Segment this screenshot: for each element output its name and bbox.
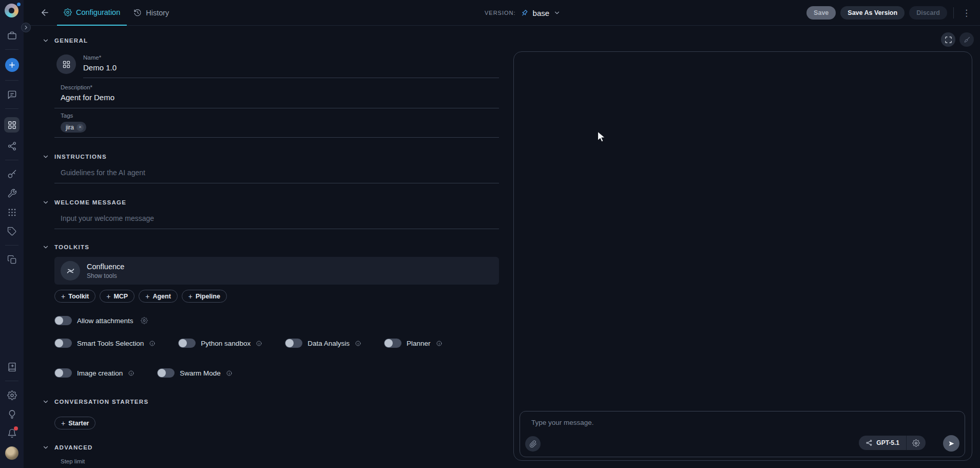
history-icon: [133, 9, 142, 17]
info-icon[interactable]: [355, 340, 361, 347]
model-selector[interactable]: GPT-5.1: [859, 439, 906, 446]
wrench-icon: [7, 189, 17, 198]
info-icon[interactable]: [149, 340, 156, 347]
section-title: GENERAL: [54, 38, 88, 44]
add-pipeline-button[interactable]: +Pipeline: [182, 290, 227, 303]
python-sandbox-switch[interactable]: [178, 339, 196, 348]
swarm-mode-switch[interactable]: [157, 368, 175, 378]
image-creation-toggle-item: Image creation: [54, 368, 134, 378]
tag-remove-icon[interactable]: ✕: [76, 124, 84, 131]
attachments-settings-icon[interactable]: [141, 317, 148, 324]
description-field[interactable]: Description* Agent for Demo: [54, 84, 499, 108]
fullscreen-button[interactable]: [941, 32, 955, 47]
clear-chat-button[interactable]: [959, 32, 974, 47]
tab-label: Configuration: [76, 8, 120, 16]
more-options-button[interactable]: ⋮: [960, 8, 973, 18]
add-starter-button[interactable]: +Starter: [54, 417, 95, 429]
topbar-divider: [953, 7, 954, 18]
grid-icon: [7, 120, 17, 130]
message-input-box[interactable]: Type your message. GPT-5.1: [520, 411, 965, 457]
version-value: base: [533, 9, 550, 17]
user-avatar[interactable]: [5, 446, 18, 460]
grid-icon: [62, 60, 71, 69]
chevron-down-icon: [42, 37, 49, 44]
model-settings-button[interactable]: [907, 439, 926, 447]
sidebar-item-notifications[interactable]: [6, 427, 17, 439]
info-icon[interactable]: [128, 370, 134, 377]
sidebar-item-agents-active[interactable]: [4, 117, 20, 133]
topbar: Configuration History VERSION: base Save…: [24, 0, 980, 26]
section-advanced-header[interactable]: ADVANCED: [42, 444, 499, 451]
tag-chip[interactable]: jira ✕: [61, 122, 86, 133]
agent-avatar[interactable]: [56, 54, 76, 74]
step-limit-field[interactable]: Step limit 25: [54, 458, 499, 468]
section-instructions-header[interactable]: INSTRUCTIONS: [42, 153, 499, 160]
sidebar-item-pipelines[interactable]: [6, 140, 17, 152]
tab-configuration[interactable]: Configuration: [57, 0, 127, 26]
smart-tools-switch[interactable]: [54, 339, 72, 348]
chevron-down-icon: [42, 244, 49, 251]
image-creation-switch[interactable]: [54, 368, 72, 378]
section-toolkits-header[interactable]: TOOLKITS: [42, 244, 499, 251]
welcome-message-input[interactable]: Input your welcome message: [54, 214, 499, 229]
data-analysis-switch[interactable]: [285, 339, 302, 348]
section-starters-header[interactable]: CONVERSATION STARTERS: [42, 398, 499, 405]
app-logo[interactable]: [5, 4, 18, 17]
toggle-label: Smart Tools Selection: [77, 340, 144, 347]
allow-attachments-switch[interactable]: [54, 316, 72, 325]
attach-file-button[interactable]: [525, 436, 541, 452]
planner-switch[interactable]: [384, 339, 401, 348]
name-field[interactable]: Name* Demo 1.0: [83, 54, 499, 78]
send-button[interactable]: [943, 435, 959, 452]
tags-field[interactable]: Tags jira ✕: [54, 113, 499, 138]
add-agent-button[interactable]: +Agent: [139, 290, 178, 303]
sidebar-item-artifacts[interactable]: [6, 254, 17, 265]
pin-icon: [520, 9, 529, 17]
info-icon[interactable]: [226, 370, 233, 377]
description-value[interactable]: Agent for Demo: [61, 93, 499, 102]
section-welcome-header[interactable]: WELCOME MESSAGE: [42, 199, 499, 206]
flow-icon: [7, 141, 17, 151]
sidebar-item-tags[interactable]: [6, 226, 17, 237]
name-value[interactable]: Demo 1.0: [83, 63, 499, 72]
sidebar-item-settings[interactable]: [6, 389, 17, 401]
section-title: INSTRUCTIONS: [54, 154, 107, 160]
sidebar-item-ideas[interactable]: [6, 408, 17, 420]
save-as-version-button[interactable]: Save As Version: [840, 6, 905, 20]
model-selector-group: GPT-5.1: [859, 436, 926, 450]
info-icon[interactable]: [436, 340, 443, 347]
smart-tools-toggle-item: Smart Tools Selection: [54, 339, 156, 348]
instructions-placeholder: Guidelines for the AI agent: [61, 169, 499, 177]
button-label: Agent: [152, 293, 170, 300]
save-button[interactable]: Save: [806, 6, 836, 20]
sidebar-item-apps[interactable]: [6, 207, 17, 218]
gear-icon: [912, 439, 920, 447]
add-toolkit-button[interactable]: +Toolkit: [54, 290, 95, 303]
sidebar-expand-button[interactable]: [21, 23, 31, 32]
section-general-header[interactable]: GENERAL: [42, 37, 499, 44]
chevron-down-icon: [42, 398, 49, 405]
toolkit-card-confluence[interactable]: Confluence Show tools: [54, 257, 499, 285]
swarm-mode-toggle-item: Swarm Mode: [157, 368, 233, 378]
sidebar-item-docs[interactable]: [6, 361, 17, 372]
send-icon: [947, 439, 956, 448]
sidebar-divider: [5, 160, 18, 160]
instructions-input[interactable]: Guidelines for the AI agent: [54, 169, 499, 183]
show-tools-link[interactable]: Show tools: [87, 272, 124, 279]
discard-button[interactable]: Discard: [909, 6, 947, 20]
info-icon[interactable]: [256, 340, 262, 347]
toggle-label: Data Analysis: [308, 340, 350, 347]
sidebar-item-secrets[interactable]: [6, 169, 17, 180]
version-selector[interactable]: VERSION: base: [485, 0, 561, 26]
sidebar-create-button[interactable]: [5, 58, 19, 72]
chevron-down-icon: [553, 9, 561, 16]
plus-icon: [8, 61, 16, 69]
back-button[interactable]: [40, 8, 50, 17]
sidebar-divider: [5, 245, 18, 246]
sidebar-item-chat[interactable]: [6, 89, 17, 100]
tab-history[interactable]: History: [127, 0, 176, 26]
sidebar-item-toolkits[interactable]: [6, 188, 17, 199]
sidebar-item-projects[interactable]: [6, 30, 17, 41]
add-mcp-button[interactable]: +MCP: [100, 290, 134, 303]
gear-icon: [7, 390, 17, 400]
